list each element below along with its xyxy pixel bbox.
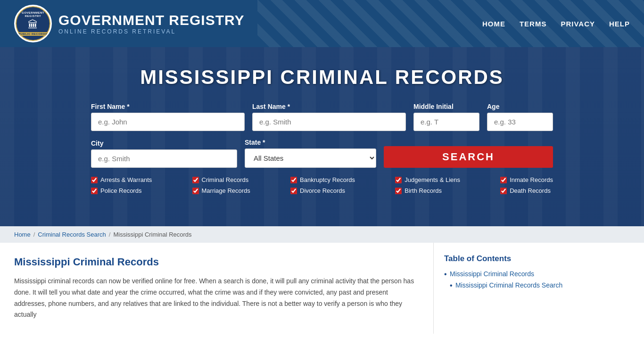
nav-terms[interactable]: TERMS [520, 20, 547, 28]
last-name-input[interactable] [252, 113, 406, 131]
logo-area: GOVERNMENTREGISTRY 🏛 PUBLIC RECORDS GOVE… [14, 5, 245, 42]
main-nav: HOME TERMS PRIVACY HELP [482, 20, 630, 28]
nav-home[interactable]: HOME [482, 20, 505, 28]
checkbox-col-3: Judgements & LiensBirth Records [395, 176, 460, 194]
last-name-group: Last Name * [252, 103, 406, 131]
breadcrumb-sep-1: / [33, 231, 35, 238]
checkbox-label: Inmate Records [510, 176, 553, 183]
main-content: Mississippi Criminal Records Mississippi… [0, 243, 434, 334]
first-name-input[interactable] [91, 113, 245, 131]
toc-link[interactable]: Mississippi Criminal Records [450, 270, 534, 278]
checkbox-item: Divorce Records [290, 187, 345, 194]
checkbox-label: Criminal Records [202, 176, 249, 183]
age-label: Age [487, 103, 553, 110]
logo-text: GOVERNMENT REGISTRY ONLINE RECORDS RETRI… [58, 12, 245, 35]
search-form: First Name * Last Name * Middle Initial … [91, 103, 553, 168]
breadcrumb-current: Mississippi Criminal Records [113, 231, 191, 238]
article-body: Mississippi criminal records can now be … [14, 276, 419, 321]
logo-inner-top: GOVERNMENTREGISTRY [22, 11, 44, 18]
checkbox-item: Arrests & Warrants [91, 176, 152, 183]
nav-privacy[interactable]: PRIVACY [561, 20, 595, 28]
state-select[interactable]: All StatesAlabamaAlaskaArizonaArkansasCa… [245, 148, 376, 168]
checkbox-label: Death Records [510, 187, 551, 194]
checkbox-col-0: Arrests & WarrantsPolice Records [91, 176, 152, 194]
hero-title: MISSISSIPPI CRIMINAL RECORDS [14, 66, 630, 89]
city-group: City [91, 140, 237, 168]
middle-initial-input[interactable] [413, 113, 479, 131]
checkbox-item: Birth Records [395, 187, 442, 194]
toc-title: Table of Contents [444, 254, 574, 263]
toc-item: Mississippi Criminal Records [444, 270, 574, 278]
checkbox-label: Birth Records [405, 187, 442, 194]
checkbox-criminal-records[interactable] [192, 177, 199, 183]
checkbox-col-2: Bankruptcy RecordsDivorce Records [290, 176, 355, 194]
building-icon: 🏛 [28, 19, 38, 31]
breadcrumb-home[interactable]: Home [14, 231, 31, 238]
middle-initial-label: Middle Initial [413, 103, 479, 110]
checkbox-inmate-records[interactable] [500, 177, 507, 183]
checkbox-item: Death Records [500, 187, 551, 194]
content-wrapper: Mississippi Criminal Records Mississippi… [0, 243, 644, 334]
checkbox-divorce-records[interactable] [290, 188, 297, 194]
checkbox-item: Bankruptcy Records [290, 176, 355, 183]
sidebar-toc: Table of Contents Mississippi Criminal R… [434, 243, 585, 334]
breadcrumb-sep-2: / [109, 231, 111, 238]
checkbox-arrests-and-warrants[interactable] [91, 177, 98, 183]
last-name-label: Last Name * [252, 103, 406, 110]
checkbox-item: Judgements & Liens [395, 176, 460, 183]
checkbox-item: Inmate Records [500, 176, 553, 183]
checkbox-label: Bankruptcy Records [300, 176, 355, 183]
first-name-group: First Name * [91, 103, 245, 131]
checkboxes-area: Arrests & WarrantsPolice RecordsCriminal… [91, 176, 553, 194]
checkbox-death-records[interactable] [500, 188, 507, 194]
checkbox-label: Marriage Records [202, 187, 250, 194]
checkbox-label: Judgements & Liens [405, 176, 460, 183]
form-row-2: City State * All StatesAlabamaAlaskaAriz… [91, 139, 553, 168]
form-row-1: First Name * Last Name * Middle Initial … [91, 103, 553, 131]
checkbox-label: Arrests & Warrants [100, 176, 152, 183]
nav-help[interactable]: HELP [609, 20, 630, 28]
checkbox-label: Divorce Records [300, 187, 345, 194]
hero-section: MISSISSIPPI CRIMINAL RECORDS First Name … [0, 47, 644, 226]
checkbox-item: Marriage Records [192, 187, 250, 194]
checkbox-col-1: Criminal RecordsMarriage Records [192, 176, 250, 194]
age-input[interactable] [487, 113, 553, 131]
search-button[interactable]: SEARCH [384, 146, 553, 168]
toc-item: Mississippi Criminal Records Search [444, 281, 574, 289]
first-name-label: First Name * [91, 103, 245, 110]
logo-inner: GOVERNMENTREGISTRY 🏛 PUBLIC RECORDS [16, 6, 50, 41]
checkbox-judgements-and-liens[interactable] [395, 177, 402, 183]
state-group: State * All StatesAlabamaAlaskaArizonaAr… [245, 139, 376, 168]
checkbox-item: Criminal Records [192, 176, 249, 183]
logo-title: GOVERNMENT REGISTRY [58, 12, 245, 28]
toc-link[interactable]: Mississippi Criminal Records Search [455, 281, 562, 289]
state-label: State * [245, 139, 376, 146]
site-header: GOVERNMENTREGISTRY 🏛 PUBLIC RECORDS GOVE… [0, 0, 644, 47]
checkbox-bankruptcy-records[interactable] [290, 177, 297, 183]
checkbox-col-4: Inmate RecordsDeath Records [500, 176, 553, 194]
breadcrumb: Home / Criminal Records Search / Mississ… [0, 226, 644, 243]
checkbox-label: Police Records [100, 187, 141, 194]
logo-circle: GOVERNMENTREGISTRY 🏛 PUBLIC RECORDS [14, 5, 52, 42]
city-label: City [91, 140, 237, 147]
checkbox-police-records[interactable] [91, 188, 98, 194]
city-input[interactable] [91, 149, 237, 168]
middle-initial-group: Middle Initial [413, 103, 479, 131]
age-group: Age [487, 103, 553, 131]
toc-list: Mississippi Criminal RecordsMississippi … [444, 270, 574, 289]
article-title: Mississippi Criminal Records [14, 256, 419, 268]
checkbox-birth-records[interactable] [395, 188, 402, 194]
checkbox-item: Police Records [91, 187, 141, 194]
logo-subtitle: ONLINE RECORDS RETRIEVAL [58, 28, 245, 35]
logo-inner-bottom: PUBLIC RECORDS [17, 32, 49, 36]
checkbox-marriage-records[interactable] [192, 188, 199, 194]
breadcrumb-criminal-records[interactable]: Criminal Records Search [38, 231, 106, 238]
